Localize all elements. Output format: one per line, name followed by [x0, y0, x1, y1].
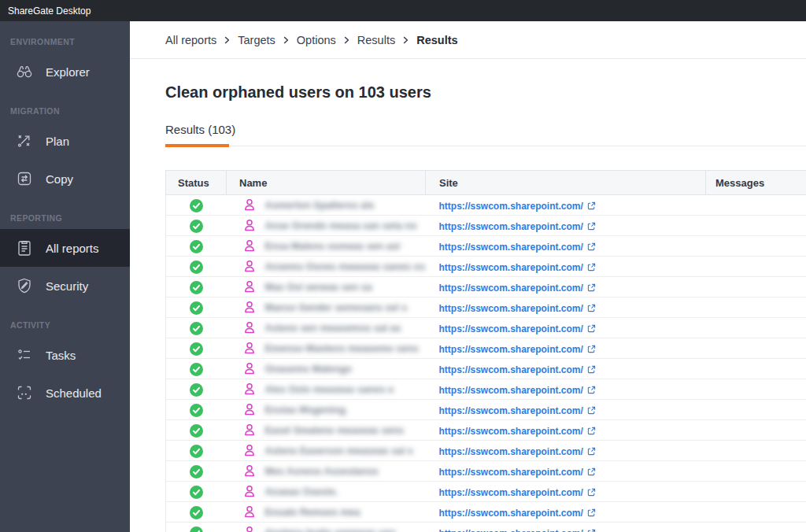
site-link[interactable]: https://sswcom.sharepoint.com/ [439, 487, 596, 498]
messages-cell [706, 420, 806, 441]
site-link[interactable]: https://sswcom.sharepoint.com/ [439, 405, 596, 416]
user-icon [243, 423, 256, 437]
external-link-icon [587, 345, 596, 353]
user-name-redacted: Ales Oslo measeas sanes o [265, 384, 394, 395]
messages-cell [706, 297, 806, 318]
sidebar-item-copy[interactable]: Copy [0, 160, 130, 198]
chevron-right-icon [403, 36, 409, 44]
shield-icon [16, 277, 33, 294]
table-row: Ansems Osnes measeas sanes os https://ss… [166, 257, 806, 277]
external-link-icon [587, 365, 596, 374]
chevron-right-icon [283, 36, 289, 44]
breadcrumb-item[interactable]: All reports [165, 34, 216, 46]
main-content: Clean orphaned users on 103 users Result… [165, 59, 806, 143]
user-icon [243, 464, 256, 478]
success-status-icon [190, 240, 203, 253]
site-link[interactable]: https://sswcom.sharepoint.com/ [439, 262, 596, 273]
sidebar-item-explorer[interactable]: Explorer [0, 53, 130, 91]
user-name-redacted: Manso Sender semesans sel s [265, 302, 408, 313]
external-link-icon [587, 222, 596, 231]
nav-section-label: ENVIRONMENT [0, 21, 130, 53]
user-icon [243, 198, 256, 212]
breadcrumb-item[interactable]: Targets [238, 34, 275, 46]
user-icon [243, 321, 256, 334]
user-icon [243, 280, 256, 294]
external-link-icon [587, 304, 596, 312]
site-link[interactable]: https://sswcom.sharepoint.com/ [439, 242, 596, 253]
messages-cell [706, 195, 806, 216]
external-link-icon [587, 508, 596, 517]
breadcrumb-item[interactable]: Results [357, 34, 395, 46]
site-link[interactable]: https://sswcom.sharepoint.com/ [439, 344, 596, 355]
messages-cell [706, 257, 806, 277]
column-header-status[interactable]: Status [166, 171, 227, 195]
site-link[interactable]: https://sswcom.sharepoint.com/ [439, 303, 596, 314]
success-status-icon [190, 486, 203, 499]
table-row: Asmerton Spalleros als https://sswcom.sh… [166, 195, 806, 216]
site-link[interactable]: https://sswcom.sharepoint.com/ [439, 201, 596, 212]
column-header-name[interactable]: Name [227, 171, 426, 195]
user-icon [243, 301, 256, 314]
success-status-icon [190, 424, 203, 438]
table-header-row: Status Name Site Messages [166, 171, 806, 195]
success-status-icon [190, 260, 203, 274]
table-row: Anse Orendo measa san seta no https://ss… [166, 216, 806, 236]
sidebar-item-plan[interactable]: Plan [0, 122, 130, 160]
sidebar-item-label: Scheduled [46, 386, 102, 400]
external-link-icon [587, 529, 596, 532]
site-link[interactable]: https://sswcom.sharepoint.com/ [439, 364, 596, 375]
site-link[interactable]: https://sswcom.sharepoint.com/ [439, 323, 596, 334]
external-link-icon [587, 324, 596, 333]
site-link[interactable]: https://sswcom.sharepoint.com/ [439, 446, 596, 457]
site-link[interactable]: https://sswcom.sharepoint.com/ [439, 467, 596, 478]
active-tab-underline [165, 144, 229, 147]
site-link[interactable]: https://sswcom.sharepoint.com/ [439, 385, 596, 396]
column-header-site[interactable]: Site [426, 171, 706, 195]
table-row: Mes Asness Asseslanos https://sswcom.sha… [166, 461, 806, 482]
user-name-redacted: Anslens Instis seemeas sen [265, 527, 396, 532]
site-link[interactable]: https://sswcom.sharepoint.com/ [439, 508, 596, 519]
tab-baseline [165, 146, 806, 146]
site-link[interactable]: https://sswcom.sharepoint.com/ [439, 426, 596, 437]
user-name-redacted: Anse Orendo measa san seta no [265, 220, 417, 231]
tab-results[interactable]: Results (103) [165, 123, 235, 143]
external-link-icon [587, 427, 596, 435]
sidebar-item-scheduled[interactable]: Scheduled [0, 374, 130, 412]
table-row: Aslens Easerson measeas sal s https://ss… [166, 441, 806, 461]
success-status-icon [190, 322, 203, 335]
site-link[interactable]: https://sswcom.sharepoint.com/ [439, 221, 596, 232]
table-row: Manso Sender semesans sel s https://sswc… [166, 297, 806, 318]
user-name-redacted: Anseas Oseslo. [265, 486, 338, 497]
user-icon [243, 219, 256, 232]
chevron-right-icon [344, 36, 349, 44]
chevron-right-icon [224, 36, 230, 44]
external-link-icon [587, 467, 596, 476]
sidebar-item-label: All reports [46, 242, 99, 255]
user-icon [243, 444, 256, 457]
page-title: Clean orphaned users on 103 users [165, 83, 806, 102]
user-icon [243, 342, 256, 355]
tab-bar: Results (103) [165, 123, 806, 143]
messages-cell [706, 277, 806, 297]
success-status-icon [190, 506, 203, 519]
messages-cell [706, 441, 806, 461]
sidebar-item-security[interactable]: Security [0, 267, 130, 305]
user-name-redacted: Ansems Osnes measeas sanes os [265, 261, 426, 272]
site-link[interactable]: https://sswcom.sharepoint.com/ [439, 283, 596, 294]
messages-cell [706, 379, 806, 400]
site-link[interactable]: https://sswcom.sharepoint.com/ [439, 528, 596, 532]
messages-cell [706, 359, 806, 379]
user-name-redacted: Ensa Malens osmeas sen asl [265, 241, 401, 252]
breadcrumb-item: Results [416, 34, 457, 46]
sidebar-item-tasks[interactable]: Tasks [0, 336, 130, 374]
breadcrumb-item[interactable]: Options [297, 34, 336, 46]
table-row: Onasems Malengo https://sswcom.sharepoin… [166, 359, 806, 379]
user-name-redacted: Asmerton Spalleros als [265, 200, 375, 211]
sidebar-item-all-reports[interactable]: All reports [0, 229, 130, 267]
user-name-redacted: Mes Asness Asseslanos [265, 466, 379, 477]
column-header-messages[interactable]: Messages [706, 171, 806, 195]
table-row: Ensa Malens osmeas sen asl https://sswco… [166, 236, 806, 257]
copy-arrows-icon [16, 170, 33, 187]
messages-cell [706, 482, 806, 502]
table-row: Enslas Msgening. https://sswcom.sharepoi… [166, 400, 806, 420]
